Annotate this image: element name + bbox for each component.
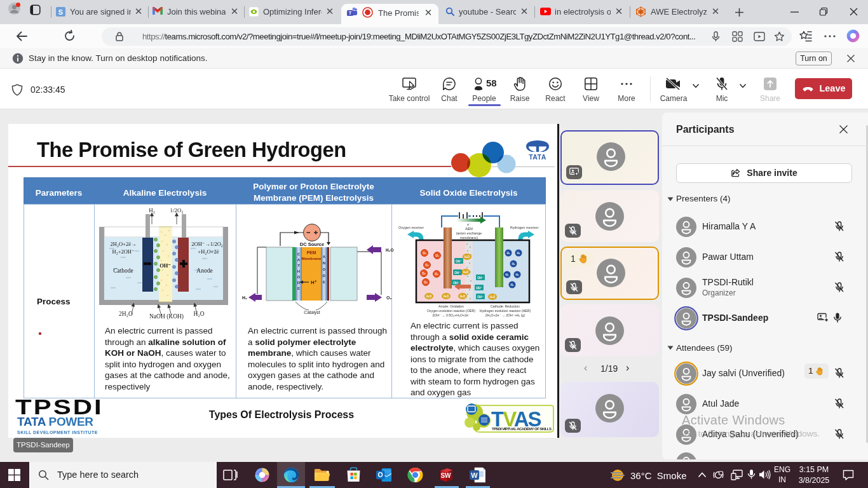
svg-text:H₂O: H₂O: [426, 295, 432, 298]
svg-text:A: A: [297, 258, 301, 262]
svg-text:PEM: PEM: [307, 250, 316, 255]
svg-text:2OH⁻ → 0.5O₂+H₂O+2e⁻: 2OH⁻ → 0.5O₂+H₂O+2e⁻: [432, 313, 470, 317]
svg-text:H₂+2OH⁻: H₂+2OH⁻: [112, 248, 135, 255]
svg-text:D: D: [323, 274, 326, 278]
svg-text:e⁻: e⁻: [467, 222, 471, 226]
svg-text:H₂: H₂: [242, 295, 247, 300]
svg-text:NaOH (KOH): NaOH (KOH): [149, 313, 184, 320]
svg-text:C: C: [297, 252, 301, 256]
svg-text:O₂: O₂: [424, 281, 428, 284]
svg-text:H: H: [297, 269, 300, 273]
svg-text:2OH⁻→1/2O₂: 2OH⁻→1/2O₂: [191, 241, 223, 247]
svg-text:T: T: [297, 264, 300, 268]
svg-text:O: O: [323, 268, 326, 271]
svg-text:H₂O: H₂O: [460, 295, 466, 298]
svg-text:+H₂O+2ē: +H₂O+2ē: [198, 248, 219, 255]
svg-text:TATA: TATA: [529, 153, 546, 161]
svg-text:E: E: [323, 280, 325, 284]
svg-text:S: S: [58, 8, 63, 16]
svg-text:Anode: Oxidation: Anode: Oxidation: [438, 304, 464, 308]
svg-text:TPSDI VIRTUAL ACADEMY OF SKILL: TPSDI VIRTUAL ACADEMY OF SKILLS: [492, 427, 552, 431]
svg-text:Hydrogen evolution reaction (H: Hydrogen evolution reaction (HER): [480, 309, 531, 313]
svg-text:2H₂O+2ē→: 2H₂O+2ē→: [111, 241, 137, 247]
svg-text:OH⁻: OH⁻: [159, 262, 171, 269]
svg-text:O₂: O₂: [425, 264, 429, 267]
svg-text:SW: SW: [440, 472, 451, 479]
svg-text:A: A: [323, 255, 326, 259]
svg-text:OH⁻: OH⁻: [454, 271, 461, 274]
svg-text:H₂O: H₂O: [463, 271, 469, 274]
svg-text:O: O: [297, 275, 301, 279]
svg-text:T: T: [349, 10, 352, 16]
svg-text:(anion exchange: (anion exchange: [456, 231, 482, 235]
svg-text:O₂: O₂: [423, 252, 426, 255]
svg-text:Cathode: Cathode: [113, 268, 133, 274]
svg-text:H₂O: H₂O: [193, 311, 204, 317]
svg-text:H₂: H₂: [149, 207, 155, 214]
svg-text:Anode: Anode: [196, 268, 212, 274]
svg-text:Hydrogen receiver: Hydrogen receiver: [510, 226, 539, 229]
svg-text:O₂: O₂: [435, 273, 438, 276]
svg-text:E: E: [297, 287, 300, 290]
svg-text:2H₂O: 2H₂O: [119, 311, 133, 317]
svg-text:Cathode: Reduction: Cathode: Reduction: [491, 304, 520, 308]
svg-text:H₂: H₂: [512, 262, 515, 266]
svg-text:OH⁻: OH⁻: [477, 276, 484, 280]
svg-text:O₂: O₂: [422, 272, 426, 275]
svg-text:D: D: [297, 281, 301, 285]
svg-text:H₂O: H₂O: [386, 248, 394, 252]
svg-text:N: N: [323, 261, 325, 265]
svg-text:H₂: H₂: [505, 273, 508, 276]
svg-text:H₂O: H₂O: [465, 255, 470, 259]
svg-text:membrane): membrane): [460, 236, 478, 240]
svg-text:Oxygen receiver: Oxygen receiver: [398, 226, 424, 229]
svg-text:H₂O: H₂O: [444, 295, 449, 298]
svg-text:58: 58: [486, 78, 497, 88]
svg-text:AEM: AEM: [465, 227, 473, 231]
svg-text:H₂O: H₂O: [490, 295, 496, 299]
svg-text:H₂: H₂: [517, 252, 520, 255]
svg-text:DC Source: DC Source: [300, 241, 324, 247]
svg-text:Membrane: Membrane: [302, 256, 322, 261]
svg-text:H⁺: H⁺: [311, 280, 316, 285]
svg-text:O: O: [378, 471, 383, 478]
svg-text:OH⁻: OH⁻: [456, 260, 462, 263]
svg-text:Oxygen evolution reaction (OER: Oxygen evolution reaction (OER): [427, 309, 475, 313]
svg-text:O₂: O₂: [435, 254, 439, 257]
svg-text:1/2O₂: 1/2O₂: [170, 207, 183, 214]
svg-text:H₂: H₂: [506, 252, 510, 255]
svg-text:Catalyst: Catalyst: [304, 310, 320, 315]
svg-text:OH⁻: OH⁻: [476, 287, 482, 290]
svg-text:H₂: H₂: [515, 273, 519, 276]
svg-text:OH⁻: OH⁻: [477, 295, 484, 299]
svg-text:H₂: H₂: [510, 283, 513, 287]
svg-text:O₂: O₂: [386, 295, 392, 300]
svg-text:2H₂O+2e⁻ → 2OH⁻+H₂ (g): 2H₂O+2e⁻ → 2OH⁻+H₂ (g): [485, 313, 526, 317]
svg-text:W: W: [471, 471, 478, 479]
